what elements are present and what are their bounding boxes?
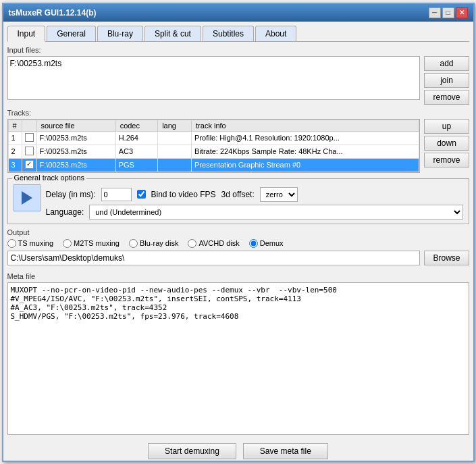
delay-label: Delay (in ms):	[46, 190, 96, 199]
start-demuxing-button[interactable]: Start demuxing	[148, 443, 236, 459]
tracks-section: # source file codec lang track info 1	[7, 119, 469, 173]
track-checkbox-cell	[22, 145, 36, 158]
output-section: Output TS muxing M2TS muxing Blu-ray dis…	[7, 228, 469, 269]
track-num: 2	[8, 145, 22, 158]
radio-demux-input[interactable]	[249, 239, 258, 248]
col-source: source file	[36, 120, 115, 131]
track-source: F:\00253.m2ts	[36, 145, 115, 158]
options-legend: General track options	[12, 174, 87, 182]
radio-avchd-input[interactable]	[188, 239, 196, 248]
track-source: F:\00253.m2ts	[36, 158, 115, 172]
track-lang	[158, 145, 192, 158]
col-lang: lang	[158, 120, 192, 131]
radio-bluray-label: Blu-ray disk	[140, 239, 178, 247]
radio-demux-label: Demux	[260, 239, 284, 247]
track-codec: H.264	[115, 131, 158, 145]
bind-fps-checkbox[interactable]	[137, 190, 146, 199]
output-label: Output	[7, 228, 469, 236]
offset-label: 3d offset:	[221, 190, 255, 199]
table-row[interactable]: 3 F:\00253.m2ts PGS Presentation Graphic…	[8, 158, 419, 172]
track-checkbox[interactable]	[25, 147, 34, 155]
radio-m2ts-input[interactable]	[63, 239, 72, 248]
up-button[interactable]: up	[424, 119, 469, 134]
main-content: Input General Blu-ray Split & cut Subtit…	[3, 22, 473, 439]
radio-m2ts-label: M2TS muxing	[74, 239, 120, 247]
language-label: Language:	[46, 207, 84, 217]
tab-bar: Input General Blu-ray Split & cut Subtit…	[7, 26, 469, 42]
input-file-path: F:\00253.m2ts	[10, 59, 418, 68]
tab-general[interactable]: General	[47, 26, 96, 41]
input-files-box[interactable]: F:\00253.m2ts	[7, 56, 421, 100]
radio-ts-label: TS muxing	[18, 239, 54, 247]
play-icon	[22, 191, 32, 205]
tracks-table: # source file codec lang track info 1	[7, 119, 421, 173]
output-path-row: Browse	[7, 251, 469, 265]
table-row[interactable]: 2 F:\00253.m2ts AC3 Bitrate: 224Kbps Sam…	[8, 145, 419, 158]
minimize-button[interactable]: ─	[429, 7, 441, 18]
main-window: tsMuxeR GUI1.12.14(b) ─ □ ✕ Input Genera…	[2, 3, 475, 462]
tab-input[interactable]: Input	[7, 26, 46, 42]
radio-avchd-label: AVCHD disk	[199, 239, 239, 247]
col-num: #	[8, 120, 22, 131]
window-title: tsMuxeR GUI1.12.14(b)	[9, 8, 97, 18]
titlebar: tsMuxeR GUI1.12.14(b) ─ □ ✕	[3, 4, 473, 22]
meta-file-label: Meta file	[7, 272, 469, 280]
track-info: Bitrate: 224Kbps Sample Rate: 48KHz Cha.…	[192, 145, 419, 158]
track-checkbox-cell	[22, 158, 36, 172]
meta-file-content: MUXOPT --no-pcr-on-video-pid --new-audio…	[11, 286, 466, 321]
language-select[interactable]: und (Undetermined)	[89, 205, 462, 220]
output-options-row: TS muxing M2TS muxing Blu-ray disk AVCHD…	[7, 239, 469, 248]
join-button[interactable]: join	[424, 73, 469, 88]
offset-select[interactable]: zerro left right	[260, 187, 298, 202]
radio-m2ts[interactable]: M2TS muxing	[63, 239, 120, 248]
col-codec: codec	[115, 120, 158, 131]
track-num: 3	[8, 158, 22, 172]
input-files-label: Input files:	[7, 46, 469, 54]
tracks-label: Tracks:	[7, 109, 469, 117]
remove-input-button[interactable]: remove	[424, 90, 469, 105]
delay-row: Delay (in ms): Bind to video FPS 3d offs…	[46, 187, 463, 202]
track-codec: PGS	[115, 158, 158, 172]
general-track-options: General track options Delay (in ms): Bin…	[7, 178, 469, 224]
track-info: Presentation Graphic Stream #0	[192, 158, 419, 172]
radio-ts-input[interactable]	[7, 239, 16, 248]
delay-input[interactable]	[101, 188, 132, 201]
bind-fps-label: Bind to video FPS	[151, 190, 216, 199]
maximize-button[interactable]: □	[442, 7, 454, 18]
track-checkbox[interactable]	[25, 160, 34, 169]
tab-bluray[interactable]: Blu-ray	[97, 26, 143, 41]
radio-bluray-input[interactable]	[129, 239, 138, 248]
down-button[interactable]: down	[424, 136, 469, 151]
track-checkbox[interactable]	[25, 133, 34, 142]
add-button[interactable]: add	[424, 56, 469, 71]
meta-file-box[interactable]: MUXOPT --no-pcr-on-video-pid --new-audio…	[7, 282, 469, 435]
input-files-section: F:\00253.m2ts add join remove	[7, 56, 469, 105]
radio-avchd[interactable]: AVCHD disk	[188, 239, 239, 248]
input-side-buttons: add join remove	[424, 56, 469, 105]
track-codec: AC3	[115, 145, 158, 158]
track-side-buttons: up down remove	[424, 119, 469, 173]
close-button[interactable]: ✕	[456, 7, 468, 18]
tab-split-cut[interactable]: Split & cut	[144, 26, 201, 41]
bottom-buttons: Start demuxing Save meta file	[3, 439, 473, 461]
col-info: track info	[192, 120, 419, 131]
radio-demux[interactable]: Demux	[249, 239, 284, 248]
tab-subtitles[interactable]: Subtitles	[203, 26, 254, 41]
track-source: F:\00253.m2ts	[36, 131, 115, 145]
track-checkbox-cell	[22, 131, 36, 145]
play-icon-box	[14, 184, 41, 211]
track-num: 1	[8, 131, 22, 145]
language-row: Language: und (Undetermined)	[46, 205, 463, 220]
radio-ts[interactable]: TS muxing	[7, 239, 54, 248]
col-check	[22, 120, 36, 131]
track-lang	[158, 158, 192, 172]
table-row[interactable]: 1 F:\00253.m2ts H.264 Profile: High@4.1 …	[8, 131, 419, 145]
radio-bluray[interactable]: Blu-ray disk	[129, 239, 178, 248]
output-path-input[interactable]	[7, 251, 421, 265]
track-lang	[158, 131, 192, 145]
save-meta-button[interactable]: Save meta file	[243, 443, 328, 459]
browse-button[interactable]: Browse	[424, 251, 469, 265]
remove-track-button[interactable]: remove	[424, 153, 469, 167]
tab-about[interactable]: About	[255, 26, 296, 41]
titlebar-controls: ─ □ ✕	[429, 7, 468, 18]
